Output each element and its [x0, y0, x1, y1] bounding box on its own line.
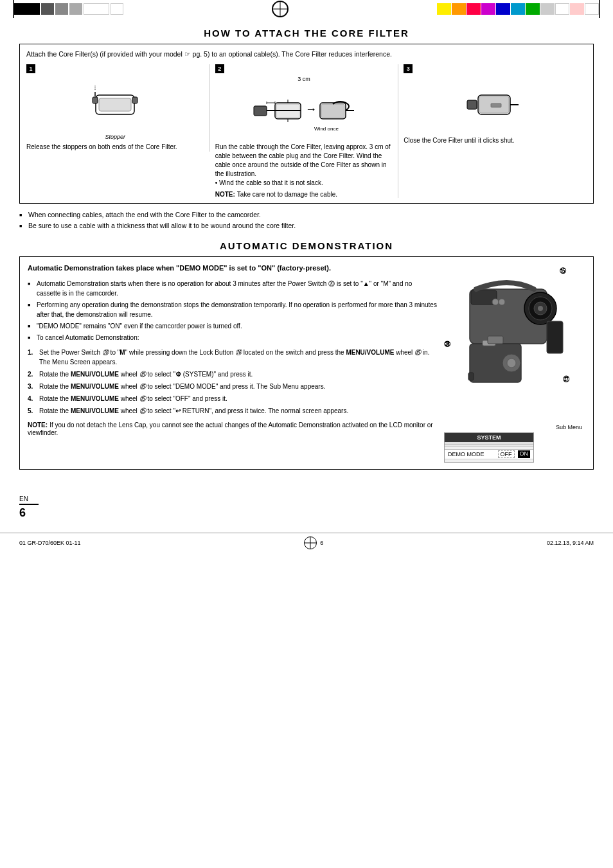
auto-demo-bullet-1: Automatic Demonstration starts when ther… [28, 279, 438, 298]
circle-ref-15: ⑮ [560, 267, 566, 276]
step-image-3 [404, 76, 582, 134]
footer-page-center: 6 [320, 540, 323, 546]
step1-illustration: ↓ ↓ [86, 79, 144, 130]
steps-row: 1 ↓ ↓ [26, 64, 587, 198]
bar-dark [41, 3, 54, 15]
footer-center-crosshair: 6 [304, 536, 323, 549]
system-menu-header: SYSTEM [445, 433, 533, 442]
crosshair-icon [272, 1, 289, 17]
auto-demo-bullet-4: To cancel Automatic Demonstration: [28, 333, 438, 342]
step-number-1: 1 [26, 64, 35, 73]
crosshair-h [273, 9, 287, 10]
svg-point-32 [538, 306, 543, 311]
step-num-3: 3. [28, 382, 33, 391]
footer-code: 01 GR-D70/60EK 01-11 [19, 540, 81, 546]
step-image-2: → Wind once [215, 82, 393, 140]
cm-label: 3 cm [215, 76, 393, 82]
bar-white4 [585, 3, 599, 15]
core-filter-box: Attach the Core Filter(s) (if provided w… [19, 44, 594, 204]
svg-rect-1 [99, 98, 131, 111]
system-menu-rows: DEMO MODE OFF ON [445, 442, 533, 462]
left-border [13, 0, 14, 18]
svg-point-40 [492, 299, 499, 305]
step-num-1: 1. [28, 348, 33, 357]
demo-mode-label: DEMO MODE [448, 451, 498, 457]
auto-demo-title: AUTOMATIC DEMONSTRATION [19, 240, 594, 251]
svg-text:↓: ↓ [94, 84, 97, 88]
circle-ref-27: ㉗ [563, 376, 569, 383]
left-color-bars [14, 3, 123, 15]
auto-demo-bullet-2: Performing any operation during the demo… [28, 300, 438, 319]
system-menu-box: SYSTEM DEMO MODE OFF ON [444, 432, 534, 463]
auto-demo-left: Automatic Demonstration takes place when… [28, 263, 438, 463]
svg-text:→: → [305, 103, 317, 116]
camcorder-illustration-area: ⑮ ㉖ ㉗ [444, 263, 585, 430]
svg-rect-7 [254, 106, 267, 116]
numbered-step-4: 4. Rotate the MENU/VOLUME wheel ⑮ to sel… [28, 394, 438, 403]
page-footer: EN 6 [0, 495, 613, 520]
footer-bottom: 01 GR-D70/60EK 01-11 6 02.12.13, 9:14 AM [0, 533, 613, 549]
step-image-1: ↓ ↓ [26, 76, 204, 134]
step2-note-label: NOTE: [215, 191, 235, 198]
camcorder-svg [444, 263, 566, 424]
step2-note: NOTE: Take care not to damage the cable. [215, 190, 393, 198]
circle-ref-26: ㉖ [444, 341, 450, 348]
core-filter-intro: Attach the Core Filter(s) (if provided w… [26, 49, 587, 59]
svg-rect-3 [132, 97, 138, 103]
svg-rect-42 [468, 373, 474, 380]
numbered-step-5: 5. Rotate the MENU/VOLUME wheel ⑮ to sel… [28, 406, 438, 416]
bar-red [466, 3, 481, 15]
bar-gray [55, 3, 68, 15]
demo-on-value: ON [518, 450, 531, 458]
step2-note-text: Take care not to damage the cable. [237, 191, 337, 198]
step-col-3: 3 [398, 64, 587, 145]
step-num-2: 2. [28, 369, 33, 379]
step-number-2: 2 [215, 64, 224, 73]
svg-text:Wind once: Wind once [314, 126, 339, 132]
footer-lang: EN [19, 495, 594, 502]
note-text: If you do not detach the Lens Cap, you c… [28, 421, 433, 436]
svg-rect-2 [93, 97, 98, 103]
system-menu-row-demo: DEMO MODE OFF ON [445, 450, 533, 459]
svg-rect-19 [321, 104, 344, 118]
demo-mode-values: OFF ON [498, 450, 531, 458]
step1-label: Stopper [26, 134, 204, 140]
step2-illustration: → Wind once [253, 87, 355, 135]
footer-page-num: 6 [19, 504, 39, 520]
core-filter-bullet-2: Be sure to use a cable with a thickness … [19, 221, 594, 231]
bar-blue [496, 3, 510, 15]
note-label: NOTE: [28, 421, 48, 429]
main-content: HOW TO ATTACH THE CORE FILTER Attach the… [0, 18, 613, 483]
step-col-1: 1 ↓ ↓ [26, 64, 210, 152]
numbered-step-3: 3. Rotate the MENU/VOLUME wheel ⑮ to sel… [28, 382, 438, 391]
bar-pink [570, 3, 584, 15]
svg-rect-27 [491, 103, 501, 107]
bar-cyan [511, 3, 525, 15]
auto-demo-bullet-list: Automatic Demonstration starts when ther… [28, 279, 438, 342]
top-decoration [0, 0, 613, 18]
step3-text: Close the Core Filter until it clicks sh… [404, 136, 582, 145]
auto-demo-right: ⑮ ㉖ ㉗ [444, 263, 585, 463]
right-color-bars [437, 3, 599, 15]
auto-demo-bullet-3: "DEMO MODE" remains "ON" even if the cam… [28, 321, 438, 331]
svg-rect-39 [547, 321, 563, 353]
auto-demo-section: AUTOMATIC DEMONSTRATION Automatic Demons… [19, 240, 594, 470]
svg-rect-23 [467, 100, 477, 109]
footer-crosshair-icon [304, 536, 317, 549]
auto-demo-box: Automatic Demonstration takes place when… [19, 256, 594, 470]
footer-date: 02.12.13, 9:14 AM [547, 540, 594, 546]
bar-white [84, 3, 109, 15]
step3-illustration [464, 79, 522, 130]
bar-white2 [111, 3, 123, 15]
step-num-5: 5. [28, 406, 33, 416]
core-filter-title: HOW TO ATTACH THE CORE FILTER [19, 28, 594, 39]
step-num-4: 4. [28, 394, 33, 403]
svg-point-41 [499, 299, 505, 305]
bar-yellow [437, 3, 451, 15]
step-col-2: 2 3 cm [210, 64, 399, 198]
menu-row-dummy4 [445, 459, 533, 462]
svg-point-36 [507, 359, 516, 368]
center-crosshair-area [123, 0, 437, 18]
page-container: HOW TO ATTACH THE CORE FILTER Attach the… [0, 0, 613, 868]
step2-text: Run the cable through the Core Filter, l… [215, 143, 393, 188]
